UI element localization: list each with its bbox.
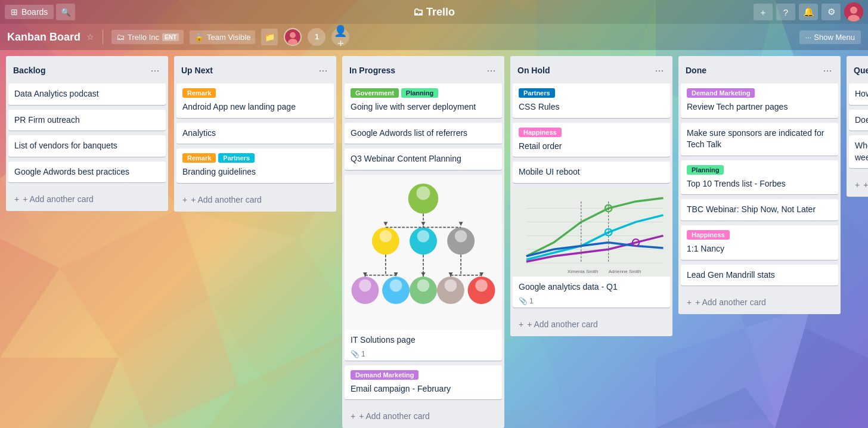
column-menu-button-done[interactable]: ··· [819,62,836,79]
svg-point-50 [390,279,402,291]
trello-logo: 🗂 Trello [413,6,455,18]
visibility-badge[interactable]: 🔒 Team Visible [190,30,255,44]
column-in-progress: In Progress ··· Government Planning Goin… [342,56,504,428]
svg-marker-67 [421,222,426,226]
add-icon: + [855,180,860,190]
card-email-campaign[interactable]: Demand Marketing Email campaign - Februa… [345,365,502,400]
card-text: CSS Rules [519,102,559,111]
show-menu-button[interactable]: ··· Show Menu [799,30,861,44]
card-retail-order[interactable]: Happiness Retail order [513,123,670,157]
trello-logo-icon: 🗂 [413,6,424,18]
member-count: 1 [315,33,319,41]
label-government: Government [351,88,399,98]
star-icon[interactable]: ☆ [86,32,94,42]
card-pr-firm[interactable]: PR Firm outreach [8,110,166,131]
card-data-analytics[interactable]: Data Analytics podcast [8,83,166,105]
info-button[interactable]: ? [776,4,795,20]
svg-marker-70 [363,272,367,277]
card-adwords[interactable]: Google Adwords best practices [8,162,166,183]
column-cards-questions: How do you a... Illustrator? Does Screen… [847,83,868,173]
card-google-referrers[interactable]: Google Adwords list of referrers [345,123,502,144]
member-avatar[interactable] [284,28,302,46]
search-icon: 🔍 [61,8,71,17]
card-illustrator[interactable]: How do you a... Illustrator? [849,83,868,105]
svg-point-48 [359,279,371,291]
column-menu-button-in-progress[interactable]: ··· [483,62,500,79]
card-text: Android App new landing page [182,102,296,111]
notification-button[interactable]: 🔔 [799,4,818,20]
add-card-button-in-progress[interactable]: + + Add another card [345,407,502,426]
column-menu-button-up-next[interactable]: ··· [315,62,331,79]
show-menu-label: Show Menu [814,33,855,42]
column-questions: Questions ··· How do you a... Illustrato… [847,56,868,197]
search-button[interactable]: 🔍 [56,4,75,20]
card-text: How do you a... Illustrator? [855,89,868,98]
card-android-app[interactable]: Remark Android App new landing page [176,83,334,118]
card-branding[interactable]: Remark Partners Branding guidelines [176,148,334,183]
column-header-questions: Questions ··· [847,56,868,83]
board-archive-btn[interactable]: 📁 [261,29,278,45]
card-text: 1:1 Nancy [687,244,724,253]
label-planning: Planning [401,88,438,98]
card-lead-gen[interactable]: Lead Gen Mandrill stats [681,265,838,286]
user-avatar-button[interactable] [844,2,863,21]
boards-button[interactable]: ⊞ Boards [5,5,54,19]
board-header-right: ··· Show Menu [799,30,861,44]
card-review-tech[interactable]: Demand Marketing Review Tech partner pag… [681,83,838,118]
label-remark: Remark [182,88,216,98]
add-icon: + [14,194,19,204]
card-tbc-webinar[interactable]: TBC Webinar: Ship Now, Not Later [681,199,838,221]
card-vendors[interactable]: List of vendors for banquets [8,135,166,157]
add-card-button-done[interactable]: + + Add another card [681,293,838,312]
card-top-10-trends[interactable]: Planning Top 10 Trends list - Forbes [681,160,838,195]
visibility-label: Team Visible [207,33,250,42]
card-mobile-ui[interactable]: Mobile UI reboot [513,162,670,183]
column-header-on-hold: On Hold ··· [510,56,672,83]
trello-logo-text: Trello [426,6,455,18]
label-demand-marketing: Demand Marketing [351,370,418,380]
add-card-label: + Add another card [527,320,598,329]
svg-point-37 [290,32,296,38]
card-google-analytics[interactable]: Ximenia Smith Adrienne Smith Google anal… [513,188,670,308]
add-button[interactable]: + [754,4,773,20]
card-screenh[interactable]: Does Screenh... [849,110,868,131]
card-sponsors[interactable]: Make sure sponsors are indicated for Tec… [681,123,838,156]
add-card-button-on-hold[interactable]: + + Add another card [513,315,670,334]
card-when-does[interactable]: When does the increase - bef... week? [849,135,868,168]
column-cards-done: Demand Marketing Review Tech partner pag… [678,83,841,290]
card-it-solutions[interactable]: IT Solutions page 📎 1 [345,175,502,361]
svg-point-42 [380,230,392,243]
svg-point-56 [475,279,488,291]
column-cards-backlog: Data Analytics podcast PR Firm outreach … [6,83,168,187]
settings-button[interactable]: ⚙ [822,4,841,20]
column-cards-up-next: Remark Android App new landing page Anal… [174,83,336,188]
org-badge[interactable]: 🗂 Trello Inc ENT [111,30,184,44]
add-card-label: + Add another card [23,194,94,204]
archive-icon-button[interactable]: 📁 [261,29,278,45]
top-navigation-bar: ⊞ Boards 🔍 🗂 Trello + ? 🔔 ⚙ [0,0,868,24]
column-title-backlog: Backlog [13,66,45,75]
add-card-button-up-next[interactable]: + + Add another card [176,190,334,209]
member-count-badge[interactable]: 1 [308,28,326,46]
invite-member-button[interactable]: 👤+ [331,28,349,46]
card-css-rules[interactable]: Partners CSS Rules [513,83,670,118]
add-icon: + [519,320,523,329]
add-icon: + [761,7,766,17]
card-text: TBC Webinar: Ship Now, Not Later [687,204,816,214]
svg-marker-72 [421,272,426,277]
trello-icon: 🗂 [116,32,125,42]
add-card-button-questions[interactable]: + + Add another c... [849,175,868,194]
add-card-label: + Add another card [191,195,262,204]
ent-badge: ENT [162,33,179,41]
card-analytics[interactable]: Analytics [176,123,334,144]
column-menu-button-backlog[interactable]: ··· [147,62,163,79]
board-title[interactable]: Kanban Board [7,31,80,44]
svg-point-54 [445,279,457,291]
card-server-deployment[interactable]: Government Planning Going live with serv… [345,83,502,118]
card-nancy[interactable]: Happiness 1:1 Nancy [681,225,838,260]
card-webinar[interactable]: Q3 Webinar Content Planning [345,148,502,170]
svg-marker-69 [459,222,463,226]
gear-icon: ⚙ [827,7,835,17]
column-menu-button-on-hold[interactable]: ··· [651,62,668,79]
add-card-button-backlog[interactable]: + + Add another card [8,190,166,209]
